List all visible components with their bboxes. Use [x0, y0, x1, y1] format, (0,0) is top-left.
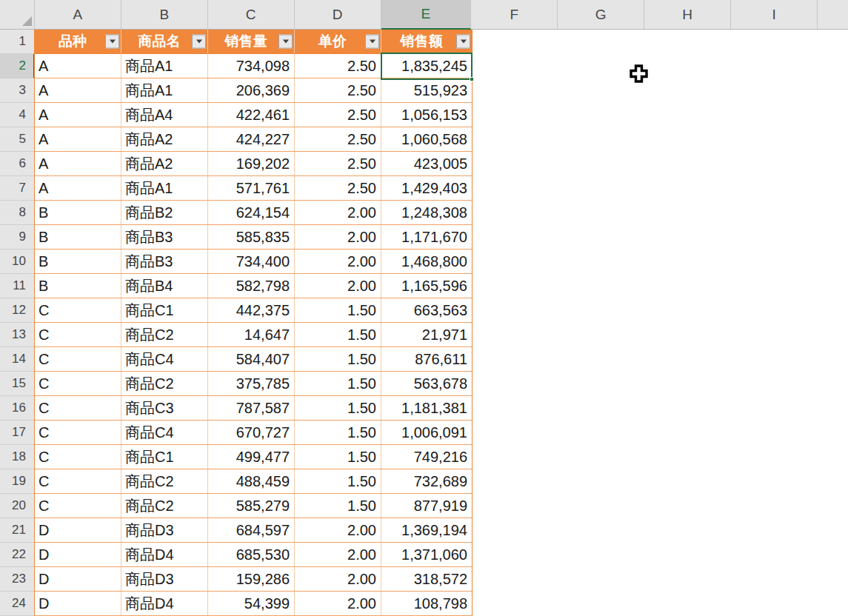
cell-product-name[interactable]: 商品C3 [121, 396, 208, 420]
cell-unit-price[interactable]: 2.00 [295, 201, 381, 224]
cell-sales-volume[interactable]: 734,400 [208, 250, 295, 273]
cell-sales-amount[interactable]: 108,798 [381, 592, 472, 615]
cell-unit-price[interactable]: 2.00 [295, 543, 381, 566]
cell-unit-price[interactable]: 2.00 [295, 567, 381, 591]
cell-sales-volume[interactable]: 442,375 [208, 298, 295, 322]
header-sales-volume[interactable]: 销售量 [208, 30, 295, 53]
cell-variety[interactable]: A [35, 176, 121, 200]
row-header[interactable]: 1 [0, 30, 35, 54]
cell-variety[interactable]: D [35, 518, 121, 542]
cell-sales-volume[interactable]: 159,286 [208, 567, 295, 591]
cell-sales-volume[interactable]: 375,785 [208, 372, 295, 395]
cell-unit-price[interactable]: 1.50 [295, 396, 381, 420]
cell-sales-amount[interactable]: 1,835,245 [381, 54, 472, 78]
cell-unit-price[interactable]: 2.50 [295, 176, 381, 200]
filter-button[interactable] [365, 35, 379, 49]
row-header[interactable]: 10 [0, 250, 35, 274]
cell-unit-price[interactable]: 1.50 [295, 421, 381, 444]
cell-unit-price[interactable]: 2.00 [295, 225, 381, 249]
cell-sales-volume[interactable]: 14,647 [208, 323, 295, 346]
cell-unit-price[interactable]: 2.00 [295, 592, 381, 615]
filter-button[interactable] [456, 35, 470, 49]
cell-sales-amount[interactable]: 1,060,568 [381, 127, 472, 151]
cell-variety[interactable]: B [35, 201, 121, 224]
cell-product-name[interactable]: 商品B3 [121, 225, 208, 249]
cell-unit-price[interactable]: 1.50 [295, 372, 381, 395]
row-header[interactable]: 12 [0, 298, 35, 323]
row-header[interactable]: 17 [0, 421, 35, 445]
row-header[interactable]: 19 [0, 469, 35, 494]
cell-product-name[interactable]: 商品D3 [121, 518, 208, 542]
cell-product-name[interactable]: 商品B2 [121, 201, 208, 224]
cell-product-name[interactable]: 商品C2 [121, 372, 208, 395]
cell-sales-volume[interactable]: 424,227 [208, 127, 295, 151]
cell-sales-amount[interactable]: 876,611 [381, 347, 472, 371]
row-header[interactable]: 7 [0, 176, 35, 201]
cell-sales-amount[interactable]: 1,468,800 [381, 250, 472, 273]
row-header[interactable]: 4 [0, 103, 35, 127]
cell-unit-price[interactable]: 1.50 [295, 494, 381, 518]
cell-product-name[interactable]: 商品A2 [121, 127, 208, 151]
row-header[interactable]: 6 [0, 152, 35, 176]
cell-variety[interactable]: A [35, 152, 121, 175]
cell-variety[interactable]: A [35, 103, 121, 127]
cell-sales-amount[interactable]: 1,181,381 [381, 396, 472, 420]
row-header[interactable]: 16 [0, 396, 35, 421]
cell-variety[interactable]: A [35, 54, 121, 78]
cell-sales-amount[interactable]: 1,171,670 [381, 225, 472, 249]
cell-sales-volume[interactable]: 624,154 [208, 201, 295, 224]
cell-sales-volume[interactable]: 169,202 [208, 152, 295, 175]
cell-sales-volume[interactable]: 488,459 [208, 469, 295, 493]
cell-sales-amount[interactable]: 423,005 [381, 152, 472, 175]
row-header[interactable]: 8 [0, 201, 35, 225]
row-header[interactable]: 23 [0, 567, 35, 592]
cell-variety[interactable]: B [35, 250, 121, 273]
cell-product-name[interactable]: 商品B4 [121, 274, 208, 298]
cell-product-name[interactable]: 商品D3 [121, 567, 208, 591]
cell-sales-amount[interactable]: 515,923 [381, 78, 472, 102]
cell-variety[interactable]: A [35, 127, 121, 151]
column-header-f[interactable]: F [471, 0, 558, 30]
column-header-g[interactable]: G [558, 0, 644, 30]
cell-variety[interactable]: C [35, 396, 121, 420]
cell-unit-price[interactable]: 2.50 [295, 78, 381, 102]
column-header-a[interactable]: A [35, 0, 121, 30]
fill-handle[interactable] [470, 77, 474, 81]
cell-product-name[interactable]: 商品C2 [121, 469, 208, 493]
cell-unit-price[interactable]: 2.00 [295, 274, 381, 298]
cell-sales-amount[interactable]: 1,248,308 [381, 201, 472, 224]
cell-unit-price[interactable]: 2.50 [295, 54, 381, 78]
cell-unit-price[interactable]: 2.00 [295, 250, 381, 273]
cell-product-name[interactable]: 商品C4 [121, 347, 208, 371]
cell-sales-volume[interactable]: 734,098 [208, 54, 295, 78]
filter-button[interactable] [278, 35, 293, 49]
cell-product-name[interactable]: 商品C2 [121, 494, 208, 518]
row-header[interactable]: 11 [0, 274, 35, 298]
cell-sales-volume[interactable]: 684,597 [208, 518, 295, 542]
cell-sales-volume[interactable]: 54,399 [208, 592, 295, 615]
filter-button[interactable] [105, 35, 119, 49]
row-header[interactable]: 13 [0, 323, 35, 347]
header-sales-amount[interactable]: 销售额 [381, 30, 472, 53]
header-unit-price[interactable]: 单价 [295, 30, 381, 53]
cell-sales-amount[interactable]: 563,678 [381, 372, 472, 395]
cell-sales-amount[interactable]: 749,216 [381, 445, 472, 469]
cell-variety[interactable]: C [35, 372, 121, 395]
column-header-d[interactable]: D [295, 0, 381, 30]
cell-sales-volume[interactable]: 585,279 [208, 494, 295, 518]
cell-sales-amount[interactable]: 1,429,403 [381, 176, 472, 200]
cell-unit-price[interactable]: 2.50 [295, 127, 381, 151]
cell-variety[interactable]: C [35, 469, 121, 493]
cell-variety[interactable]: D [35, 567, 121, 591]
cell-sales-volume[interactable]: 582,798 [208, 274, 295, 298]
row-header[interactable]: 14 [0, 347, 35, 372]
cell-sales-amount[interactable]: 663,563 [381, 298, 472, 322]
cell-unit-price[interactable]: 2.00 [295, 518, 381, 542]
row-header[interactable]: 2 [0, 54, 35, 78]
cell-sales-amount[interactable]: 1,006,091 [381, 421, 472, 444]
column-header-i[interactable]: I [731, 0, 818, 30]
row-header[interactable]: 24 [0, 592, 35, 616]
column-header-partial[interactable] [818, 0, 848, 30]
cell-sales-volume[interactable]: 206,369 [208, 78, 295, 102]
column-header-h[interactable]: H [644, 0, 731, 30]
